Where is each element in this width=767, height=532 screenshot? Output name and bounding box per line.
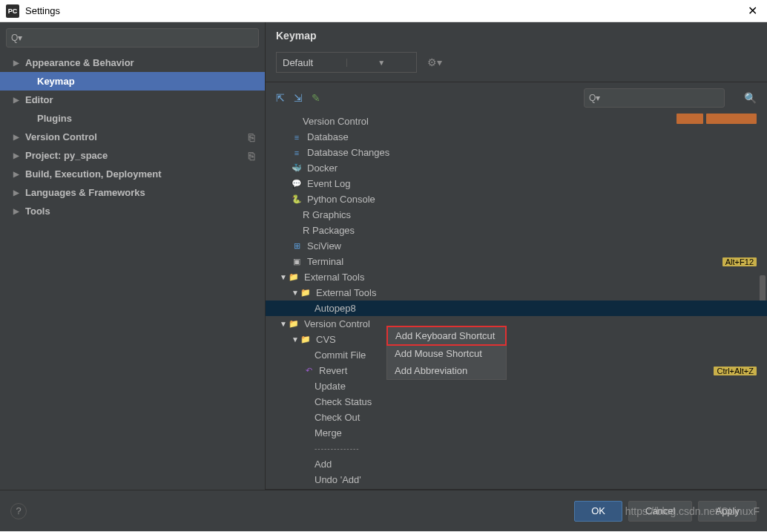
sidebar-item[interactable]: ▶Editor (0, 91, 265, 109)
node-label: Version Control (304, 318, 370, 329)
tree-node[interactable]: Autopep8 (266, 301, 767, 316)
arrow-icon: ▼ (291, 289, 300, 297)
sidebar-item-label: Build, Execution, Deployment (25, 168, 259, 180)
node-icon: ▣ (291, 256, 303, 268)
node-label: Autopep8 (315, 303, 356, 314)
sidebar-item[interactable]: ▶Build, Execution, Deployment (0, 165, 265, 183)
keymap-tree: Version Control≡Database≡Database Change… (266, 114, 767, 490)
tree-node[interactable]: R Packages (266, 223, 767, 238)
help-button[interactable]: ? (10, 503, 27, 519)
tree-node[interactable]: 💬Event Log (266, 176, 767, 191)
node-label: External Tools (316, 287, 376, 298)
tree-node[interactable]: ▼📁CVS (266, 332, 767, 347)
node-icon: ↶ (303, 365, 315, 377)
shortcut-badge: Ctrl+Alt+Z (714, 367, 757, 375)
tree-node[interactable]: ▼📁Version Control (266, 316, 767, 332)
tree-node[interactable]: ≡Database (266, 129, 767, 145)
sidebar-item-label: Editor (25, 94, 259, 105)
node-label: Event Log (307, 178, 351, 189)
tree-node[interactable]: R Graphics (266, 207, 767, 223)
tree-node[interactable]: ▼📁External Tools (266, 269, 767, 285)
scheme-dropdown[interactable]: Default ▼ (276, 52, 417, 73)
node-label: Revert (319, 365, 347, 376)
arrow-icon: ▶ (13, 170, 22, 178)
node-icon: 🐍 (291, 194, 303, 206)
sidebar-item-label: Tools (25, 206, 259, 217)
close-icon[interactable]: ✕ (743, 4, 761, 18)
node-label: Database (307, 131, 349, 142)
arrow-icon: ▼ (279, 320, 288, 328)
search-icon: Q▾ (11, 33, 22, 43)
arrow-icon: ▶ (13, 133, 22, 141)
sidebar-search[interactable]: Q▾ (6, 28, 259, 47)
context-menu: Add Keyboard ShortcutAdd Mouse ShortcutA… (386, 326, 507, 380)
main: Keymap Default ▼ ⚙▾ ⇱ ⇲ ✎ Q▾ 🔍 Version C… (266, 22, 767, 490)
sidebar-item[interactable]: ▶Appearance & Behavior (0, 53, 265, 72)
tree-node[interactable]: Merge (266, 425, 767, 441)
shortcut-badge: Alt+F12 (722, 257, 757, 266)
edit-icon[interactable]: ✎ (312, 92, 320, 104)
node-icon: 🐳 (291, 162, 303, 174)
nav: ▶Appearance & BehaviorKeymap▶EditorPlugi… (0, 53, 265, 490)
sidebar-item[interactable]: Plugins (0, 109, 265, 128)
tree-node[interactable]: Update (266, 378, 767, 394)
tree-node[interactable]: Check Out (266, 410, 767, 425)
sidebar-item[interactable]: ▶Project: py_space⎘ (0, 146, 265, 165)
node-label: SciView (307, 240, 341, 252)
node-icon: ≡ (291, 147, 303, 159)
tree-node[interactable]: Commit File (266, 347, 767, 363)
app-icon: PC (6, 4, 19, 18)
node-label: -------------- (315, 444, 360, 453)
watermark: https://blog.csdn.net/CLinuxF (625, 505, 760, 517)
collapse-icon[interactable]: ⇲ (294, 92, 303, 104)
tree-node[interactable]: ⊞SciView (266, 238, 767, 254)
arrow-icon: ▼ (291, 335, 300, 344)
node-label: Merge (315, 427, 342, 439)
chevron-down-icon[interactable]: ▼ (346, 59, 417, 67)
sidebar-item-label: Plugins (37, 113, 259, 124)
tree-node[interactable]: ≡Database Changes (266, 145, 767, 160)
sidebar-item-label: Keymap (37, 76, 259, 87)
sidebar-item[interactable]: ▶Version Control⎘ (0, 128, 265, 146)
action-search[interactable]: Q▾ (584, 88, 725, 108)
tree-node[interactable]: Undo 'Add' (266, 472, 767, 487)
node-label: External Tools (304, 272, 364, 283)
arrow-icon: ▶ (13, 151, 22, 160)
node-icon: 📁 (300, 287, 312, 299)
sidebar-item-label: Languages & Frameworks (25, 187, 259, 198)
ok-button[interactable]: OK (574, 501, 622, 522)
window-title: Settings (25, 5, 743, 16)
tree-node[interactable]: ↶RevertCtrl+Alt+Z (266, 363, 767, 378)
tree-node[interactable]: 🐳Docker (266, 160, 767, 176)
sidebar-search-input[interactable] (24, 33, 254, 43)
sidebar-item-label: Appearance & Behavior (25, 57, 259, 68)
find-shortcut-icon[interactable]: 🔍 (744, 92, 757, 104)
tree-node[interactable]: Check Status (266, 394, 767, 410)
context-menu-item[interactable]: Add Abbreviation (387, 362, 506, 379)
tree-node[interactable]: ▣TerminalAlt+F12 (266, 254, 767, 269)
context-menu-item[interactable]: Add Mouse Shortcut (387, 345, 506, 362)
node-icon: 📁 (300, 334, 312, 346)
page-title: Keymap (266, 22, 767, 47)
sidebar-item[interactable]: Keymap (0, 72, 265, 91)
node-label: R Packages (303, 225, 355, 236)
sidebar-item[interactable]: ▶Tools (0, 202, 265, 220)
gear-icon[interactable]: ⚙▾ (427, 56, 442, 68)
tree-node[interactable]: Add (266, 456, 767, 472)
node-label: Check Out (315, 412, 360, 423)
tree-node[interactable]: -------------- (266, 441, 767, 456)
node-label: Terminal (307, 256, 343, 267)
scope-icon: ⎘ (248, 150, 254, 162)
tree-node[interactable]: ▼📁External Tools (266, 285, 767, 301)
action-search-input[interactable] (600, 93, 720, 103)
tree-node[interactable]: Version Control (266, 114, 767, 129)
sidebar-item[interactable]: ▶Languages & Frameworks (0, 183, 265, 202)
tree-node[interactable]: 🐍Python Console (266, 191, 767, 207)
node-icon: ⊞ (291, 240, 303, 252)
expand-icon[interactable]: ⇱ (276, 92, 285, 104)
node-label: Database Changes (307, 147, 389, 158)
node-label: Version Control (303, 116, 369, 127)
scheme-value: Default (277, 57, 346, 68)
node-label: CVS (316, 334, 336, 345)
context-menu-item[interactable]: Add Keyboard Shortcut (386, 326, 507, 346)
